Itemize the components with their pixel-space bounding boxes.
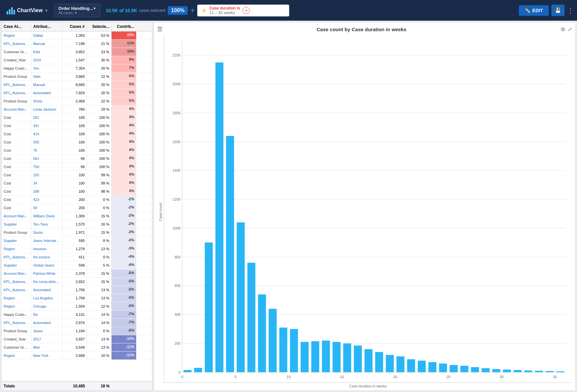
cell-cases: 1,570 — [62, 220, 87, 228]
cell-contrib: -5% — [112, 294, 136, 302]
cell-contrib: 4% — [112, 146, 136, 154]
cell-cases: 780 — [62, 105, 87, 113]
cell-selected: 13 % — [87, 343, 112, 351]
cell-selected: 16 % — [87, 220, 112, 228]
cell-case-attr: Region — [2, 245, 31, 253]
filter-add-button[interactable]: + — [243, 7, 250, 14]
cell-case-attr: Cost — [2, 196, 31, 204]
cell-contrib: 10% — [112, 48, 136, 56]
cell-cases: 1,393 — [62, 32, 87, 39]
svg-rect-48 — [332, 342, 340, 372]
cell-case-attr: Supplier — [2, 220, 31, 228]
cell-attribute: 34 — [31, 179, 62, 187]
svg-text:2000: 2000 — [173, 82, 181, 86]
cell-attribute: Automated — [31, 286, 62, 294]
cell-selected: 15 % — [87, 212, 112, 220]
cell-contrib: 23% — [112, 32, 136, 39]
cell-case-attr: Account Manager — [2, 270, 31, 277]
table-row: Created_Year 2015 1,547 30 % 9% — [2, 56, 152, 64]
svg-text:0: 0 — [181, 375, 183, 379]
svg-rect-61 — [471, 367, 479, 372]
cell-cases: 2,668 — [62, 352, 87, 359]
cell-cases: 200 — [62, 204, 87, 212]
cell-cases: 411 — [62, 253, 87, 261]
cell-cases: 3,131 — [62, 311, 87, 318]
cell-attribute: Jeans International — [31, 237, 62, 245]
svg-text:2200: 2200 — [173, 53, 181, 57]
cell-selected: 14 % — [87, 311, 112, 318]
table-row: Cost 555 100 100 % 4% — [2, 138, 152, 146]
svg-text:1200: 1200 — [173, 197, 181, 201]
process-dropdown[interactable]: Order Handling... ▼ All cases ▼ — [54, 4, 100, 17]
chart-settings-button[interactable]: ⚙ — [561, 26, 565, 33]
table-row: Product Group Socks 1,971 15 % -3% — [2, 229, 152, 237]
app-logo: ChartView ▼ — [3, 7, 52, 14]
cell-attribute: 2015 — [31, 56, 62, 64]
table-row: Cost 341 100 100 % 4% — [2, 122, 152, 130]
svg-text:1600: 1600 — [173, 140, 181, 144]
edit-button[interactable]: ✏️ EDIT — [519, 5, 549, 16]
cell-attribute: Hats — [31, 73, 62, 80]
cell-cases: 1,194 — [62, 327, 87, 335]
cell-attribute: Manual — [31, 40, 62, 48]
cell-contrib: -5% — [112, 270, 136, 277]
cell-case-attr: Region — [2, 32, 31, 39]
save-button[interactable]: 💾 — [551, 5, 565, 16]
svg-rect-62 — [482, 368, 490, 372]
logo-icon — [7, 7, 15, 14]
cell-case-attr: KPL_Automation_SO_i — [2, 286, 31, 294]
svg-rect-66 — [524, 370, 532, 372]
svg-text:20: 20 — [393, 375, 397, 379]
edit-pencil-icon: ✏️ — [525, 8, 530, 13]
logo-chevron-icon[interactable]: ▼ — [45, 9, 48, 12]
cell-case-attr: KPL_Automation_Deli — [2, 89, 31, 97]
svg-rect-60 — [460, 366, 468, 372]
cell-attribute: 69 — [31, 204, 62, 212]
cell-attribute: Yes — [31, 64, 62, 72]
cases-filter-label: All cases — [58, 11, 73, 15]
cell-selected: 10 % — [87, 352, 112, 359]
svg-text:1800: 1800 — [173, 111, 181, 115]
chart-menu-icon[interactable]: ☰ — [157, 26, 162, 33]
svg-text:600: 600 — [175, 284, 181, 288]
svg-rect-50 — [354, 345, 362, 372]
cell-case-attr: Cost — [2, 146, 31, 154]
cell-case-attr: Region — [2, 294, 31, 302]
cell-selected: 29 % — [87, 105, 112, 113]
cell-case-attr: KPL_Automation_Invo — [2, 40, 31, 48]
table-row: Account Manager Patricia White 2,378 15 … — [2, 270, 152, 278]
cell-contrib: 4% — [112, 171, 136, 179]
cell-contrib: -5% — [112, 286, 136, 294]
cell-attribute: 155 — [31, 171, 62, 179]
add-view-button[interactable]: + — [190, 6, 195, 15]
cell-contrib: -3% — [112, 229, 136, 236]
cell-attribute: Shirts — [31, 97, 62, 105]
cell-attribute: Men — [31, 343, 62, 351]
cell-case-attr: Cost — [2, 122, 31, 130]
chart-expand-button[interactable]: ⤢ — [568, 26, 572, 33]
cell-attribute: Automated — [31, 89, 62, 97]
svg-rect-55 — [407, 359, 415, 372]
table-row: Cost 76 100 100 % 4% — [2, 146, 152, 155]
cell-attribute: No — [31, 311, 62, 318]
cell-selected: 6 % — [87, 327, 112, 335]
svg-rect-45 — [301, 342, 309, 372]
table-row: Cost 69 200 0 % -2% — [2, 204, 152, 212]
cell-case-attr: Account Manager — [2, 105, 31, 113]
svg-text:25: 25 — [446, 375, 450, 379]
svg-rect-47 — [322, 340, 330, 372]
table-row: Region Los Angeles 1,799 13 % -5% — [2, 294, 152, 302]
chart-panel: ☰ Case count by Case duration in weeks ⚙… — [154, 22, 576, 391]
cases-info: 10.5K of 10.5K cases selected — [103, 8, 165, 13]
cell-attribute: 414 — [31, 130, 62, 138]
cell-attribute: Automated — [31, 319, 62, 327]
table-row: Cost 281 100 100 % 4% — [2, 114, 152, 122]
cell-contrib: 4% — [112, 155, 136, 163]
cell-attribute: 758 — [31, 163, 62, 171]
more-options-button[interactable]: ⋮ — [567, 7, 574, 14]
cell-cases: 99 — [62, 163, 87, 171]
table-row: Supplier Jeans International 595 8 % -3% — [2, 237, 152, 245]
cell-selected: 15 % — [87, 229, 112, 236]
cell-attribute: Chicago — [31, 302, 62, 310]
cell-contrib: -7% — [112, 311, 136, 318]
